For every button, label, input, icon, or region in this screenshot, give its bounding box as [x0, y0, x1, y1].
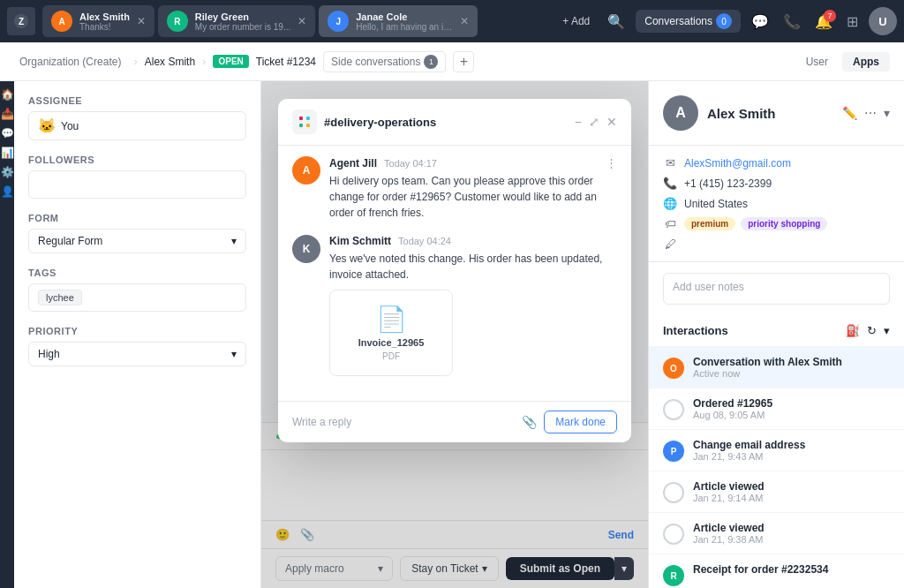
tab-close-alex[interactable]: ✕	[137, 15, 146, 27]
sidebar-home-icon[interactable]: 🏠	[1, 88, 14, 101]
interaction-item-4[interactable]: Article viewed Jan 21, 9:38 AM	[649, 513, 904, 554]
conversations-button[interactable]: Conversations 0	[636, 10, 741, 33]
more-options-icon[interactable]: ⋯	[864, 106, 877, 120]
ticket-link[interactable]: Ticket #1234	[256, 56, 316, 68]
priority-field: Priority High ▾	[28, 326, 246, 366]
tag-premium: premium	[684, 217, 735, 230]
location-icon: 🌐	[663, 197, 677, 210]
user-email[interactable]: AlexSmith@gmail.com	[684, 157, 791, 170]
left-panel: Assignee 🐱 You Followers Form Regular Fo…	[14, 81, 261, 588]
tab-user[interactable]: User	[795, 52, 839, 72]
modal-overlay: #delivery-operations − ⤢ ✕ A Agent Jill	[261, 81, 648, 588]
sub-nav: Organization (Create) › Alex Smith › OPE…	[0, 42, 904, 81]
filter-icon[interactable]: ⛽	[846, 324, 860, 337]
sidebar-chart-icon[interactable]: 📊	[1, 147, 14, 159]
right-panel: A Alex Smith ✏️ ⋯ ▾ ✉ AlexSmith@gmail.co…	[648, 81, 904, 588]
interactions-actions: ⛽ ↻ ▾	[846, 324, 890, 337]
file-pdf-icon: 📄	[376, 305, 407, 334]
expand-icon[interactable]: ⤢	[589, 115, 599, 129]
msg-time-jill: Today 04:17	[384, 158, 437, 169]
file-attachment[interactable]: 📄 Invoice_12965 PDF	[329, 290, 453, 376]
interaction-item-3[interactable]: Article viewed Jan 21, 9:14 AM	[649, 471, 904, 513]
msg-header-kim: Kim Schmitt Today 04:24	[329, 235, 617, 247]
interaction-item-0[interactable]: O Conversation with Alex Smith Active no…	[649, 347, 904, 388]
close-icon[interactable]: ✕	[606, 115, 617, 129]
center-panel: #delivery-operations − ⤢ ✕ A Agent Jill	[261, 81, 648, 588]
chevron-down-icon-priority: ▾	[231, 348, 237, 360]
user-avatar[interactable]: U	[869, 7, 897, 35]
msg-time-kim: Today 04:24	[398, 236, 451, 246]
tab-close-riley[interactable]: ✕	[298, 15, 306, 27]
chat-icon[interactable]: 💬	[748, 10, 772, 34]
followers-field: Followers	[28, 155, 246, 199]
user-info: Alex Smith	[707, 106, 833, 121]
tab-riley-green[interactable]: R Riley Green My order number is 19... ✕	[158, 5, 315, 37]
modal-body: A Agent Jill Today 04:17 ⋮ Hi delivery o…	[278, 146, 631, 401]
followers-input[interactable]	[28, 170, 246, 199]
interaction-dot-5: R	[663, 565, 684, 586]
user-name-link[interactable]: Alex Smith	[145, 56, 195, 68]
add-side-conv-button[interactable]: +	[453, 51, 474, 72]
minimize-icon[interactable]: −	[575, 115, 582, 129]
notes-icon: 🖊	[663, 237, 677, 251]
assignee-value[interactable]: 🐱 You	[28, 111, 246, 140]
chevron-down-icon-user[interactable]: ▾	[884, 106, 890, 120]
msg-header-jill: Agent Jill Today 04:17 ⋮	[329, 156, 617, 170]
org-link[interactable]: Organization (Create)	[14, 52, 126, 72]
modal-title: #delivery-operations	[324, 116, 568, 129]
add-button[interactable]: + Add	[555, 11, 597, 31]
tab-close-janae[interactable]: ✕	[460, 15, 469, 27]
attachment-icon[interactable]: 📎	[522, 415, 537, 429]
interaction-dot-3	[663, 482, 684, 503]
user-profile-header: A Alex Smith ✏️ ⋯ ▾	[649, 81, 904, 146]
phone-row: 📞 +1 (415) 123-2399	[663, 177, 890, 190]
edit-icon[interactable]: ✏️	[842, 106, 857, 120]
interaction-item-2[interactable]: P Change email address Jan 21, 9:43 AM	[649, 430, 904, 471]
tab-alex-smith[interactable]: A Alex Smith Thanks! ✕	[42, 5, 154, 37]
interaction-item-1[interactable]: Ordered #12965 Aug 08, 9:05 AM	[649, 388, 904, 430]
top-bar: Z A Alex Smith Thanks! ✕ R Riley Green M…	[0, 0, 904, 42]
phone-icon[interactable]: 📞	[780, 10, 804, 34]
side-conversations-button[interactable]: Side conversations 1	[323, 51, 446, 72]
location-row: 🌐 United States	[663, 197, 890, 210]
notification-icon[interactable]: 🔔 7	[811, 10, 836, 34]
tab-info-riley: Riley Green My order number is 19...	[195, 11, 290, 32]
msg-avatar-kim: K	[292, 235, 320, 263]
tab-apps[interactable]: Apps	[842, 52, 890, 72]
slack-icon	[292, 109, 317, 134]
priority-select[interactable]: High ▾	[28, 342, 246, 366]
side-conv-badge: 1	[424, 55, 438, 69]
mark-done-button[interactable]: Mark done	[544, 411, 617, 433]
interactions-header: Interactions ⛽ ↻ ▾	[649, 315, 904, 347]
followers-label: Followers	[28, 155, 246, 165]
notes-icon-row: 🖊	[663, 237, 890, 251]
search-icon[interactable]: 🔍	[604, 10, 629, 34]
msg-text-kim: Yes we've noted this change. His order h…	[329, 251, 617, 283]
interaction-item-5[interactable]: R Receipt for order #2232534	[649, 554, 904, 588]
tags-value[interactable]: lychee	[28, 283, 246, 312]
tab-avatar-janae: J	[328, 11, 349, 32]
conversations-label: Conversations	[644, 15, 712, 27]
sidebar-inbox-icon[interactable]: 📥	[1, 108, 14, 120]
more-icon-jill[interactable]: ⋮	[606, 156, 617, 170]
msg-sender-jill: Agent Jill	[329, 157, 377, 170]
interaction-content-1: Ordered #12965 Aug 08, 9:05 AM	[693, 397, 890, 420]
modal-actions: − ⤢ ✕	[575, 115, 617, 129]
user-notes-field[interactable]: Add user notes	[663, 273, 890, 305]
sidebar-settings-icon[interactable]: ⚙️	[1, 166, 14, 178]
grid-icon[interactable]: ⊞	[843, 10, 862, 34]
msg-text-jill: Hi delivery ops team. Can you please app…	[329, 173, 617, 221]
sidebar-chat-icon[interactable]: 💬	[1, 127, 14, 139]
email-icon: ✉	[663, 156, 677, 170]
reply-input[interactable]: Write a reply	[292, 416, 515, 428]
form-select[interactable]: Regular Form ▾	[28, 229, 246, 253]
main-content: 🏠 📥 💬 📊 ⚙️ 👤 Assignee 🐱 You Followers Fo…	[0, 81, 904, 588]
interaction-dot-1	[663, 399, 684, 420]
tags-label: Tags	[28, 268, 246, 278]
sidebar-profile-icon[interactable]: 👤	[1, 185, 14, 198]
tab-info-alex: Alex Smith Thanks!	[79, 11, 130, 32]
refresh-icon[interactable]: ↻	[867, 324, 877, 337]
chevron-down-icon-interactions[interactable]: ▾	[884, 324, 890, 337]
tab-janae-cole[interactable]: J Janae Cole Hello, I am having an is...…	[319, 5, 478, 37]
interaction-dot-2: P	[663, 441, 684, 462]
